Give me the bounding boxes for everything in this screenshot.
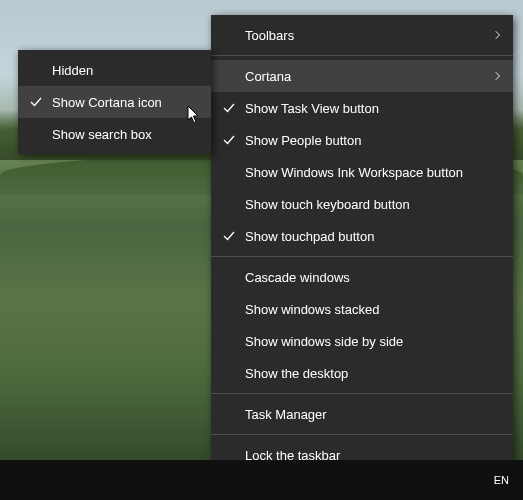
menu-label: Cascade windows [245, 270, 501, 285]
menu-label: Show touch keyboard button [245, 197, 501, 212]
separator [211, 256, 513, 257]
cortana-submenu: Hidden Show Cortana icon Show search box [18, 50, 211, 154]
language-indicator[interactable]: EN [488, 474, 515, 486]
menu-label: Toolbars [245, 28, 491, 43]
menu-label: Show windows side by side [245, 334, 501, 349]
submenu-item-show-cortana-icon[interactable]: Show Cortana icon [18, 86, 211, 118]
menu-label: Show People button [245, 133, 501, 148]
menu-item-show-touch-keyboard[interactable]: Show touch keyboard button [211, 188, 513, 220]
menu-label: Show touchpad button [245, 229, 501, 244]
menu-item-side-by-side[interactable]: Show windows side by side [211, 325, 513, 357]
menu-item-show-ink[interactable]: Show Windows Ink Workspace button [211, 156, 513, 188]
menu-label: Show Windows Ink Workspace button [245, 165, 501, 180]
menu-label: Hidden [52, 63, 199, 78]
menu-label: Cortana [245, 69, 491, 84]
menu-label: Show the desktop [245, 366, 501, 381]
menu-item-show-task-view[interactable]: Show Task View button [211, 92, 513, 124]
menu-item-show-desktop[interactable]: Show the desktop [211, 357, 513, 389]
check-icon [219, 102, 239, 114]
taskbar[interactable]: EN [0, 460, 523, 500]
menu-label: Show Cortana icon [52, 95, 199, 110]
chevron-right-icon [491, 28, 501, 43]
check-icon [219, 134, 239, 146]
menu-label: Show search box [52, 127, 199, 142]
chevron-right-icon [491, 69, 501, 84]
taskbar-context-menu: Toolbars Cortana Show Task View button S… [211, 15, 513, 500]
separator [211, 55, 513, 56]
check-icon [26, 96, 46, 108]
separator [211, 393, 513, 394]
submenu-item-hidden[interactable]: Hidden [18, 54, 211, 86]
menu-item-show-touchpad[interactable]: Show touchpad button [211, 220, 513, 252]
menu-item-toolbars[interactable]: Toolbars [211, 19, 513, 51]
menu-label: Show Task View button [245, 101, 501, 116]
menu-item-cascade[interactable]: Cascade windows [211, 261, 513, 293]
menu-item-cortana[interactable]: Cortana [211, 60, 513, 92]
menu-item-show-people[interactable]: Show People button [211, 124, 513, 156]
menu-item-stacked[interactable]: Show windows stacked [211, 293, 513, 325]
separator [211, 434, 513, 435]
menu-label: Show windows stacked [245, 302, 501, 317]
menu-label: Task Manager [245, 407, 501, 422]
menu-item-task-manager[interactable]: Task Manager [211, 398, 513, 430]
check-icon [219, 230, 239, 242]
submenu-item-show-search-box[interactable]: Show search box [18, 118, 211, 150]
